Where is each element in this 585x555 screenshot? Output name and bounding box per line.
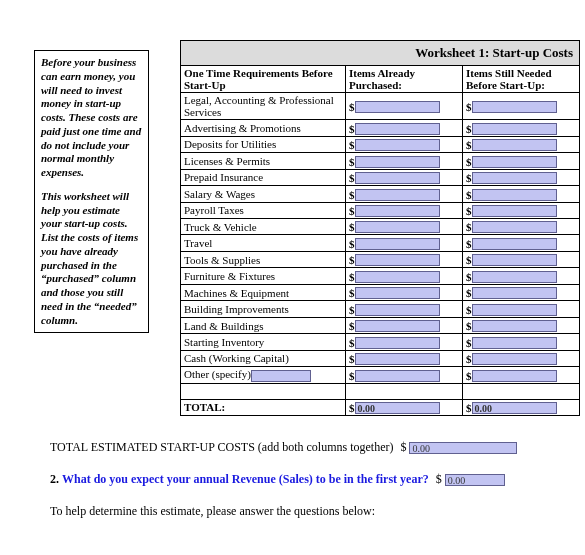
row-label: Payroll Taxes bbox=[181, 202, 346, 218]
table-row: Tools & Supplies$$ bbox=[181, 251, 580, 267]
table-row: Cash (Working Capital)$$ bbox=[181, 350, 580, 366]
row-label: Salary & Wages bbox=[181, 186, 346, 202]
footer-section: TOTAL ESTIMATED START-UP COSTS (add both… bbox=[50, 438, 555, 520]
table-row: Machines & Equipment$$ bbox=[181, 284, 580, 300]
purchased-field[interactable] bbox=[355, 123, 440, 135]
purchased-field[interactable] bbox=[355, 320, 440, 332]
q2-field[interactable]: 0.00 bbox=[445, 474, 505, 486]
table-row: Furniture & Fixtures$$ bbox=[181, 268, 580, 284]
table-row: Salary & Wages$$ bbox=[181, 186, 580, 202]
total-estimated-label: TOTAL ESTIMATED START-UP COSTS (add both… bbox=[50, 440, 393, 454]
needed-field[interactable] bbox=[472, 172, 557, 184]
dollar-sign: $ bbox=[436, 472, 442, 486]
purchased-field[interactable] bbox=[355, 304, 440, 316]
purchased-field[interactable] bbox=[355, 238, 440, 250]
worksheet: Worksheet 1: Start-up Costs One Time Req… bbox=[180, 40, 580, 416]
table-row: Building Improvements$$ bbox=[181, 301, 580, 317]
needed-field[interactable] bbox=[472, 221, 557, 233]
purchased-field[interactable] bbox=[355, 271, 440, 283]
row-label: Truck & Vehicle bbox=[181, 219, 346, 235]
purchased-field[interactable] bbox=[355, 205, 440, 217]
question-2-row: 2. What do you expect your annual Revenu… bbox=[50, 470, 555, 488]
q2-number: 2. bbox=[50, 472, 59, 486]
q2-text[interactable]: What do you expect your annual Revenue (… bbox=[62, 472, 429, 486]
col-header-purchased: Items Already Purchased: bbox=[346, 66, 463, 93]
instruction-p2: This worksheet will help you estimate yo… bbox=[41, 190, 142, 328]
needed-field[interactable] bbox=[472, 271, 557, 283]
table-row: Deposits for Utilities$$ bbox=[181, 136, 580, 152]
row-label: Furniture & Fixtures bbox=[181, 268, 346, 284]
purchased-field[interactable] bbox=[355, 370, 440, 382]
row-label: Land & Buildings bbox=[181, 317, 346, 333]
purchased-field[interactable] bbox=[355, 221, 440, 233]
table-row: Truck & Vehicle$$ bbox=[181, 219, 580, 235]
purchased-field[interactable] bbox=[355, 156, 440, 168]
table-row: Prepaid Insurance$$ bbox=[181, 169, 580, 185]
needed-field[interactable] bbox=[472, 287, 557, 299]
needed-field[interactable] bbox=[472, 101, 557, 113]
total-row: TOTAL:$0.00$0.00 bbox=[181, 399, 580, 415]
needed-field[interactable] bbox=[472, 370, 557, 382]
row-label: Cash (Working Capital) bbox=[181, 350, 346, 366]
purchased-field[interactable] bbox=[355, 287, 440, 299]
cost-table: One Time Requirements Before Start-Up It… bbox=[180, 65, 580, 416]
table-row-other: Other (specify)$$ bbox=[181, 367, 580, 383]
needed-field[interactable] bbox=[472, 238, 557, 250]
purchased-field[interactable] bbox=[355, 172, 440, 184]
table-row: Payroll Taxes$$ bbox=[181, 202, 580, 218]
total-label: TOTAL: bbox=[181, 399, 346, 415]
needed-field[interactable] bbox=[472, 353, 557, 365]
row-label: Tools & Supplies bbox=[181, 251, 346, 267]
needed-field[interactable] bbox=[472, 139, 557, 151]
row-label: Starting Inventory bbox=[181, 334, 346, 350]
total-needed: 0.00 bbox=[472, 402, 557, 414]
row-label: Travel bbox=[181, 235, 346, 251]
needed-field[interactable] bbox=[472, 205, 557, 217]
needed-field[interactable] bbox=[472, 337, 557, 349]
table-row: Legal, Accounting & Professional Service… bbox=[181, 93, 580, 120]
purchased-field[interactable] bbox=[355, 254, 440, 266]
table-row: Licenses & Permits$$ bbox=[181, 153, 580, 169]
total-estimated-row: TOTAL ESTIMATED START-UP COSTS (add both… bbox=[50, 438, 555, 456]
purchased-field[interactable] bbox=[355, 101, 440, 113]
row-label: Legal, Accounting & Professional Service… bbox=[181, 93, 346, 120]
row-label: Building Improvements bbox=[181, 301, 346, 317]
row-label: Machines & Equipment bbox=[181, 284, 346, 300]
other-specify-field[interactable] bbox=[251, 370, 311, 382]
needed-field[interactable] bbox=[472, 189, 557, 201]
instruction-box: Before your business can earn money, you… bbox=[34, 50, 149, 333]
spacer-row bbox=[181, 383, 580, 399]
worksheet-title: Worksheet 1: Start-up Costs bbox=[180, 40, 580, 65]
row-label: Prepaid Insurance bbox=[181, 169, 346, 185]
purchased-field[interactable] bbox=[355, 189, 440, 201]
total-purchased: 0.00 bbox=[355, 402, 440, 414]
col-header-requirements: One Time Requirements Before Start-Up bbox=[181, 66, 346, 93]
instruction-p1: Before your business can earn money, you… bbox=[41, 56, 142, 180]
table-row: Travel$$ bbox=[181, 235, 580, 251]
table-row: Advertising & Promotions$$ bbox=[181, 120, 580, 136]
row-label: Advertising & Promotions bbox=[181, 120, 346, 136]
needed-field[interactable] bbox=[472, 156, 557, 168]
row-label: Licenses & Permits bbox=[181, 153, 346, 169]
col-header-needed: Items Still Needed Before Start-Up: bbox=[463, 66, 580, 93]
needed-field[interactable] bbox=[472, 320, 557, 332]
dollar-sign: $ bbox=[400, 440, 406, 454]
total-estimated-field[interactable]: 0.00 bbox=[409, 442, 517, 454]
table-row: Land & Buildings$$ bbox=[181, 317, 580, 333]
needed-field[interactable] bbox=[472, 254, 557, 266]
row-label: Deposits for Utilities bbox=[181, 136, 346, 152]
table-row: Starting Inventory$$ bbox=[181, 334, 580, 350]
needed-field[interactable] bbox=[472, 123, 557, 135]
purchased-field[interactable] bbox=[355, 337, 440, 349]
purchased-field[interactable] bbox=[355, 139, 440, 151]
needed-field[interactable] bbox=[472, 304, 557, 316]
help-text: To help determine this estimate, please … bbox=[50, 502, 555, 520]
other-label: Other (specify) bbox=[181, 367, 346, 383]
purchased-field[interactable] bbox=[355, 353, 440, 365]
